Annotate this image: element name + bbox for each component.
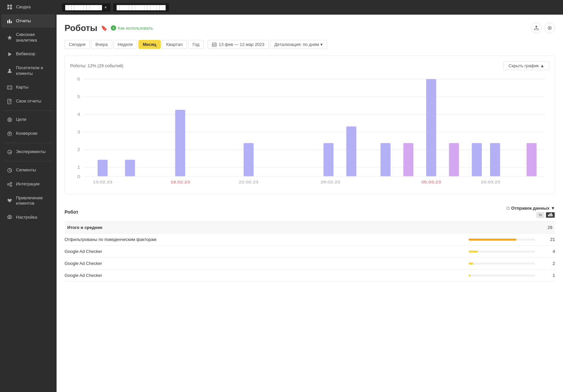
svg-line-30 [9, 185, 10, 185]
table-col-sends: Отправок данных ▼ % [506, 206, 555, 218]
col-label-sends: Отправок данных ▼ [506, 206, 555, 211]
sidebar-item-privlechenie[interactable]: Привлечение клиентов [1, 192, 55, 210]
sidebar-item-otchety[interactable]: Отчеты [1, 14, 55, 28]
svg-point-27 [10, 182, 12, 184]
sidebar-label-tseli: Цели [16, 117, 26, 122]
sidebar-item-nastroika[interactable]: Настройка [1, 211, 55, 224]
sidebar-label-otchety: Отчеты [16, 18, 31, 24]
row-bar-container [469, 275, 535, 277]
row-bar [469, 239, 516, 241]
hide-chart-button[interactable]: Скрыть график ▲ [503, 61, 549, 70]
col-toggles: % [536, 212, 555, 218]
svg-rect-65 [449, 143, 459, 176]
pct-toggle[interactable]: % [536, 212, 544, 218]
row-name: Google Ad Checker [65, 273, 469, 278]
svg-rect-3 [10, 7, 12, 9]
topbar-dropdown-1-label: ████████████ [65, 5, 102, 10]
export-button[interactable] [531, 23, 542, 33]
svg-point-34 [549, 27, 550, 29]
svg-text:6: 6 [77, 77, 80, 82]
period-yesterday[interactable]: Вчера [91, 40, 112, 49]
chart-section: Роботы: 12% (29 событий) Скрыть график ▲ [65, 56, 555, 194]
svg-point-31 [9, 217, 11, 218]
period-month[interactable]: Месяц [138, 40, 161, 49]
svg-text:28.02.23: 28.02.23 [320, 180, 340, 184]
svg-text:1: 1 [77, 165, 80, 170]
sort-icon[interactable]: ▼ [551, 206, 555, 211]
sidebar-item-konversii[interactable]: Конверсии [1, 127, 55, 140]
map-icon [7, 85, 13, 91]
svg-rect-39 [213, 45, 214, 46]
sidebar-item-posetiteli[interactable]: Посетители и клиенты [1, 62, 55, 80]
period-quarter[interactable]: Квартал [162, 40, 187, 49]
row-value: 4 [542, 249, 555, 254]
sidebar-item-svoi-otchety[interactable]: Свои отчеты [1, 95, 55, 108]
chart-subtitle: Роботы: 12% (29 событий) [70, 63, 123, 68]
segments-icon [7, 167, 13, 173]
topbar-dropdown-2[interactable]: ████████████████ [113, 3, 169, 12]
svg-rect-1 [10, 5, 12, 7]
sidebar-item-integratsii[interactable]: Интеграции [1, 178, 55, 191]
bar-icon [548, 213, 553, 216]
sidebar-item-vebvizor[interactable]: Вебвизор [1, 48, 55, 61]
svg-rect-68 [526, 143, 536, 176]
sidebar-label-karty: Карты [16, 85, 28, 90]
svg-rect-2 [7, 7, 9, 9]
sidebar-label-privlechenie: Привлечение клиентов [16, 195, 50, 207]
row-value: 2 [542, 261, 555, 266]
date-range-button[interactable]: 13 фев — 12 мар 2023 [208, 40, 269, 49]
sidebar-label-vebvizor: Вебвизор [16, 51, 35, 57]
col-sends-label: Отправок данных [511, 206, 549, 211]
bookmark-icon[interactable]: 🔖 [101, 25, 107, 31]
bar-chart-toggle[interactable] [546, 212, 555, 218]
svg-rect-61 [346, 126, 356, 176]
sidebar-label-posetiteli: Посетители и клиенты [16, 65, 50, 77]
settings-button[interactable] [544, 23, 555, 33]
svg-rect-59 [244, 143, 254, 176]
date-range-label: 13 фев — 12 мар 2023 [219, 42, 264, 47]
detail-button[interactable]: Детализация: по дням ▾ [270, 40, 327, 49]
row-bar-container [469, 239, 535, 241]
chevron-down-icon-detail: ▾ [320, 42, 323, 47]
circle-indicator [506, 207, 510, 210]
sidebar-item-svodka[interactable]: Сводка [1, 0, 55, 14]
sidebar-item-tseli[interactable]: Цели [1, 113, 55, 126]
sidebar-item-skvoznaya[interactable]: Сквозная аналитика [1, 28, 55, 47]
sidebar-item-segmenty[interactable]: Сегменты [1, 164, 55, 177]
period-week[interactable]: Неделя [113, 40, 137, 49]
sidebar-item-eksperimenty[interactable]: ab Эксперименты [1, 145, 55, 159]
svg-rect-10 [7, 86, 12, 89]
period-today[interactable]: Сегодня [65, 40, 90, 49]
svg-text:5: 5 [77, 95, 80, 99]
chart-svg: 6 5 4 3 2 1 0 [70, 76, 549, 189]
chevron-up-icon: ▲ [540, 63, 544, 68]
settings-icon [547, 26, 552, 30]
row-bar [469, 251, 478, 253]
svg-rect-67 [490, 143, 500, 176]
period-year[interactable]: Год [188, 40, 204, 49]
content-area: Роботы 🔖 i Как использовать [57, 15, 563, 392]
how-to-use-link[interactable]: i Как использовать [111, 25, 153, 31]
svg-text:ab: ab [9, 151, 12, 154]
play-icon [7, 51, 13, 57]
sidebar-divider-1 [4, 110, 53, 111]
info-icon: i [111, 25, 116, 31]
svg-rect-41 [215, 45, 216, 46]
chevron-down-icon: ▼ [104, 6, 107, 9]
svg-rect-4 [7, 20, 8, 23]
how-to-use-label: Как использовать [118, 26, 153, 31]
sidebar: Сводка Отчеты Сквозная аналитика Вебвизо… [0, 0, 57, 392]
row-value: 21 [542, 237, 555, 242]
row-bar [469, 275, 470, 277]
svg-rect-6 [11, 21, 12, 23]
sidebar-item-karty[interactable]: Карты [1, 81, 55, 94]
calendar-icon [212, 42, 217, 47]
page-actions [531, 23, 555, 33]
row-value: 29 [539, 225, 552, 230]
chart-container: 6 5 4 3 2 1 0 [70, 76, 549, 189]
chart-bar-icon [7, 18, 13, 24]
svg-rect-78 [552, 214, 553, 216]
svg-line-29 [9, 183, 10, 184]
grid-icon [7, 4, 13, 10]
topbar-dropdown-1[interactable]: ████████████ ▼ [62, 3, 110, 12]
